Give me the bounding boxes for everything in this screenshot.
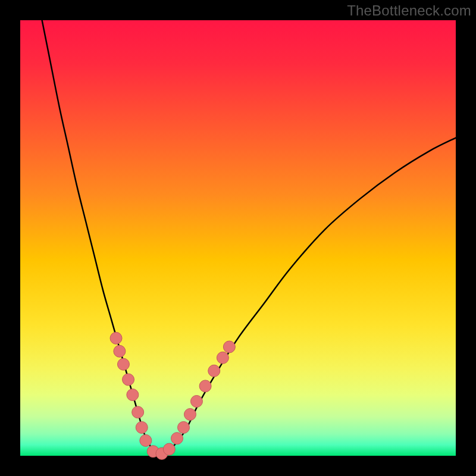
data-point [163,443,175,455]
data-point [140,434,152,446]
data-point [117,358,129,370]
plot-area [20,20,456,456]
data-point [114,345,126,357]
data-point [132,406,144,418]
data-point [127,389,139,401]
data-point [184,408,196,420]
data-point [123,374,134,386]
data-point [190,396,202,408]
data-point [223,341,235,353]
watermark-text: TheBottleneck.com [347,2,471,19]
data-points-group [110,332,235,459]
data-point [136,421,148,433]
data-point [217,352,228,364]
curve-layer [20,20,456,456]
data-point [208,365,220,377]
bottleneck-curve [42,20,456,455]
data-point [110,332,122,344]
data-point [199,380,211,392]
chart-canvas: TheBottleneck.com [0,0,476,476]
data-point [171,433,183,444]
data-point [178,421,190,433]
